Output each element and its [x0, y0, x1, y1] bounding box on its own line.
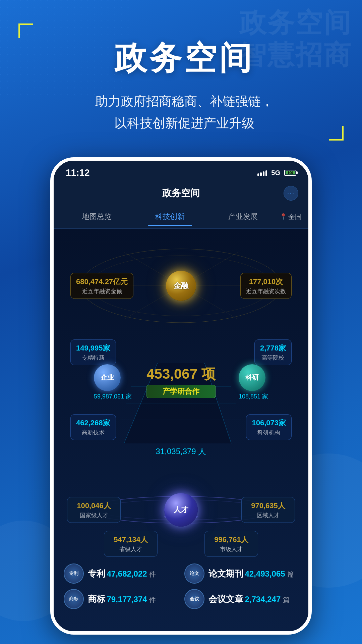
national-talent-box: 100,046人 国家级人才 — [67, 497, 121, 523]
page-main-title: 政务空间 — [27, 30, 342, 84]
trademark-info-item: 商标 商标 79,177,374 件 — [64, 589, 178, 609]
finance-section: 金融 680,474.27亿元 近五年融资金额 177,010次 近五年融资次数 — [60, 235, 302, 336]
page-subtitle: 助力政府招商稳商、补链强链， 以科技创新促进产业升级 — [27, 91, 342, 134]
talent-section: 人才 100,046人 国家级人才 970,635人 区域人才 547,13 — [60, 460, 302, 560]
status-time: 11:12 — [66, 167, 90, 178]
talent-sphere: 人才 — [164, 493, 198, 527]
conference-icon: 会议 — [184, 589, 204, 609]
top-left-stat: 149,995家 专精特新 — [70, 339, 116, 365]
bottom-left-stat: 462,268家 高新技术 — [70, 414, 116, 440]
conference-info-item: 会议 会议文章 2,734,247 篇 — [184, 589, 298, 609]
finance-right-stat: 177,010次 近五年融资次数 — [240, 273, 292, 299]
research-sphere: 科研 — [239, 364, 265, 391]
patent-icon: 专利 — [64, 564, 84, 584]
enterprise-sphere-area: 企业 59,987,061 家 — [94, 364, 132, 400]
battery-icon: 100 — [284, 170, 296, 176]
trademark-icon: 商标 — [64, 589, 84, 609]
content-area: 金融 680,474.27亿元 近五年融资金额 177,010次 近五年融资次数 — [54, 229, 308, 631]
patent-info-item: 专利 专利 47,682,022 件 — [64, 564, 178, 584]
app-title: 政务空间 — [162, 187, 200, 200]
location-pin-icon: 📍 — [280, 213, 287, 220]
bottom-stats-row2: 商标 商标 79,177,374 件 会议 — [64, 589, 298, 609]
menu-dots: ··· — [287, 190, 295, 197]
tab-map-overview[interactable]: 地图总览 — [60, 209, 133, 224]
5g-indicator: 5G — [271, 169, 280, 177]
menu-button[interactable]: ··· — [284, 186, 298, 201]
signal-bar-3 — [263, 171, 264, 176]
signal-bar-2 — [260, 172, 262, 176]
nav-location[interactable]: 📍 全国 — [280, 212, 302, 221]
talent-total-text: 31,035,379 人 — [60, 443, 302, 460]
city-talent-box: 996,761人 市级人才 — [204, 531, 258, 557]
signal-bar-1 — [257, 173, 259, 176]
conference-info: 会议文章 2,734,247 篇 — [208, 593, 290, 605]
tab-tech-innovation[interactable]: 科技创新 — [133, 209, 206, 224]
status-bar: 11:12 5G 100 — [54, 161, 308, 181]
enterprise-sphere: 企业 — [94, 364, 121, 391]
trademark-info: 商标 79,177,374 件 — [88, 593, 156, 605]
bottom-stats-row1: 专利 专利 47,682,022 件 论文 — [64, 564, 298, 584]
industry-section: 453,067 项 产学研合作 企业 59,987,061 家 科研 — [60, 336, 302, 443]
research-sphere-area: 科研 108,851 家 — [239, 364, 268, 400]
signal-bar-4 — [265, 170, 267, 176]
top-right-stat: 2,778家 高等院校 — [254, 339, 292, 365]
province-talent-box: 547,134人 省级人才 — [104, 531, 158, 557]
bottom-right-stat: 106,073家 科研机构 — [246, 414, 292, 440]
app-header: 政务空间 ··· — [54, 181, 308, 205]
bottom-stats: 专利 专利 47,682,022 件 论文 — [60, 560, 302, 609]
regional-talent-box: 970,635人 区域人才 — [241, 497, 295, 523]
patent-info: 专利 47,682,022 件 — [88, 568, 156, 580]
battery-level: 100 — [288, 171, 293, 175]
corner-bracket-tl — [18, 23, 33, 38]
finance-sphere: 金融 — [166, 271, 196, 301]
status-icons: 5G 100 — [257, 169, 296, 177]
header-section: 政务空间 助力政府招商稳商、补链强链， 以科技创新促进产业升级 — [0, 0, 362, 147]
nav-tabs: 地图总览 科技创新 产业发展 📍 全国 — [54, 205, 308, 229]
battery-container: 100 — [283, 170, 296, 176]
phone-mockup: 11:12 5G 100 — [0, 157, 362, 644]
corner-bracket-br — [329, 126, 344, 141]
location-label: 全国 — [288, 212, 302, 221]
journal-info: 论文期刊 42,493,065 篇 — [208, 568, 294, 580]
industry-center-label: 453,067 项 产学研合作 — [146, 365, 216, 398]
journal-icon: 论文 — [184, 564, 204, 584]
journal-info-item: 论文 论文期刊 42,493,065 篇 — [184, 564, 298, 584]
signal-bars — [257, 169, 267, 176]
finance-left-stat: 680,474.27亿元 近五年融资金额 — [70, 273, 133, 299]
tab-industry-dev[interactable]: 产业发展 — [206, 209, 280, 224]
